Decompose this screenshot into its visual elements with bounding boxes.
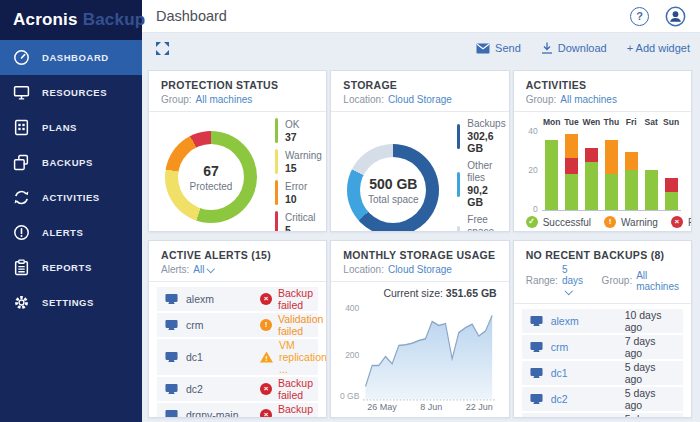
sidebar-item-settings[interactable]: SETTINGS	[0, 285, 142, 320]
successful-segment	[645, 170, 658, 210]
bar-column-mon	[542, 140, 562, 210]
machine-name[interactable]: dc1	[186, 351, 252, 363]
sidebar-item-label: BACKUPS	[42, 157, 93, 168]
successful-segment	[565, 174, 578, 210]
successful-icon: ✓	[526, 216, 538, 228]
widget-monthly-storage: MONTHLY STORAGE USAGE Location: Cloud St…	[330, 240, 509, 418]
alert-row[interactable]: dc2×Backup failed	[157, 377, 318, 401]
expand-icon[interactable]	[156, 42, 169, 55]
legend-color-bar	[275, 118, 278, 143]
day-label: Sat	[641, 117, 661, 127]
range-dropdown[interactable]: 5 days	[562, 264, 588, 297]
widget-no-recent-backups: NO RECENT BACKUPS (8) Range: 5 days Grou…	[513, 240, 692, 418]
backup-row[interactable]: crm7 days ago	[522, 335, 683, 359]
sidebar-item-dashboard[interactable]: DASHBOARD	[0, 40, 142, 75]
alerts-icon	[13, 224, 30, 241]
activities-bar-chart	[542, 129, 681, 211]
alerts-filter-dropdown[interactable]: All	[193, 264, 214, 275]
legend-label: Critical	[285, 212, 316, 224]
send-button[interactable]: Send	[476, 42, 521, 54]
backup-row[interactable]: drgnv-main5 days ago	[522, 413, 683, 418]
current-size: Current size: 351.65 GB	[337, 284, 496, 301]
brand-suffix: Backup	[83, 10, 146, 30]
protection-title: PROTECTION STATUS	[161, 79, 314, 91]
bar-column-sat	[641, 170, 661, 210]
current-size-value: 351.65 GB	[446, 287, 497, 299]
sidebar-item-plans[interactable]: PLANS	[0, 110, 142, 145]
machine-name[interactable]: alexm	[186, 293, 252, 305]
alert-row[interactable]: dc1!VM replication ...	[157, 339, 318, 375]
protection-legend: OK37Warning15Error10Critical5	[267, 118, 322, 232]
machine-name[interactable]: drgnv-main	[186, 409, 252, 418]
alert-text: VM replication ...	[279, 339, 327, 375]
warning-segment	[565, 134, 578, 158]
monthly-filter-value[interactable]: Cloud Storage	[388, 264, 452, 275]
group-value[interactable]: All machines	[636, 270, 679, 292]
protected-label: Protected	[190, 181, 233, 192]
download-label: Download	[558, 42, 607, 54]
machine-name[interactable]: crm	[186, 319, 252, 331]
protection-legend-item: Error10	[275, 180, 322, 205]
activities-y-axis: 40 20 0	[524, 129, 542, 211]
warning-triangle-icon: !	[260, 352, 273, 363]
last-backup-time: 5 days ago	[625, 413, 675, 418]
day-label: Sun	[661, 117, 681, 127]
backup-row[interactable]: dc25 days ago	[522, 387, 683, 411]
sidebar-nav: DASHBOARDRESOURCESPLANSBACKUPSACTIVITIES…	[0, 40, 142, 320]
stacked-bar	[565, 134, 578, 210]
sidebar-item-label: ALERTS	[42, 227, 83, 238]
sidebar-item-activities[interactable]: ACTIVITIES	[0, 180, 142, 215]
alert-row[interactable]: drgnv-main×Backup failed	[157, 403, 318, 418]
alert-row[interactable]: crm!Validation failed	[157, 313, 318, 337]
warning-icon: !	[260, 319, 272, 331]
legend-failed: ×Failed	[671, 216, 692, 228]
storage-donut-center: 500 GB Total space	[347, 144, 439, 232]
backup-row[interactable]: dc15 days ago	[522, 361, 683, 385]
backup-row[interactable]: alexm10 days ago	[522, 309, 683, 333]
alerts-filter-label: Alerts:	[161, 264, 189, 275]
machine-name[interactable]: dc1	[551, 367, 617, 379]
backups-icon	[13, 154, 30, 171]
activities-header: ACTIVITIES Group: All machines	[514, 71, 691, 112]
day-label: Thu	[601, 117, 621, 127]
machine-name[interactable]: dc2	[186, 383, 252, 395]
storage-filter-value[interactable]: Cloud Storage	[388, 94, 452, 105]
bar-column-thu	[601, 140, 621, 210]
legend-label: Successful	[543, 217, 591, 228]
download-button[interactable]: Download	[541, 42, 607, 54]
storage-filter-label: Location:	[343, 94, 384, 105]
legend-label: OK	[285, 119, 299, 131]
sidebar-item-label: REPORTS	[42, 262, 92, 273]
add-widget-button[interactable]: + Add widget	[627, 42, 690, 54]
alert-status: ×Backup failed	[260, 377, 313, 401]
page-header: Dashboard ?	[142, 0, 700, 33]
page-title: Dashboard	[156, 8, 630, 24]
widget-grid: PROTECTION STATUS Group: All machines 67…	[148, 70, 692, 418]
legend-label: Error	[285, 181, 307, 193]
sidebar-item-alerts[interactable]: ALERTS	[0, 215, 142, 250]
alert-text: Backup failed	[278, 377, 313, 401]
activities-filter-value[interactable]: All machines	[560, 94, 617, 105]
sidebar-item-backups[interactable]: BACKUPS	[0, 145, 142, 180]
sidebar-item-reports[interactable]: REPORTS	[0, 250, 142, 285]
warning-segment	[605, 140, 618, 174]
machine-name[interactable]: crm	[551, 341, 617, 353]
protection-filter-value[interactable]: All machines	[196, 94, 253, 105]
stacked-bar	[645, 170, 658, 210]
activities-filter-label: Group:	[526, 94, 557, 105]
legend-label: Failed	[688, 217, 692, 228]
alert-status: ×Backup failed	[260, 287, 313, 311]
protection-legend-item: Warning15	[275, 149, 322, 174]
storage-legend: Backups302,6 GBOther files90,2 GBFree sp…	[449, 118, 505, 232]
legend-color-bar	[457, 172, 460, 197]
alert-row[interactable]: alexm×Backup failed	[157, 287, 318, 311]
brand-name: Acronis	[13, 10, 78, 30]
help-icon[interactable]: ?	[630, 7, 649, 26]
machine-name[interactable]: alexm	[551, 315, 617, 327]
account-icon[interactable]	[665, 6, 686, 27]
legend-successful: ✓Successful	[526, 216, 591, 228]
sidebar-item-resources[interactable]: RESOURCES	[0, 75, 142, 110]
protection-donut-chart: 67 Protected	[165, 131, 257, 223]
machine-name[interactable]: dc2	[551, 393, 617, 405]
failed-segment	[565, 158, 578, 174]
